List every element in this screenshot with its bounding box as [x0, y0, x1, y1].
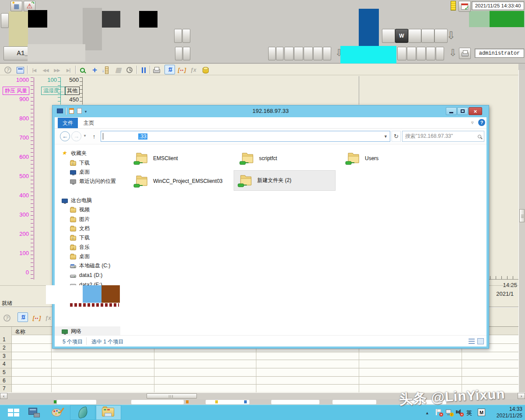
select-archive-icon[interactable]: ••: [177, 65, 187, 75]
sidebar-item-desktop2[interactable]: 桌面: [55, 252, 124, 261]
small-button[interactable]: [1, 13, 9, 28]
column-header-name[interactable]: 名称: [15, 328, 25, 336]
taskbar-clock[interactable]: 14:33 2021/11/25: [489, 406, 522, 420]
sidebar-item-disk-c[interactable]: 本地磁盘 (C:): [55, 261, 124, 270]
clipped-button[interactable]: [183, 47, 190, 60]
tray-expand-icon[interactable]: ▲: [425, 411, 429, 415]
last-record-icon[interactable]: ▶|: [63, 65, 74, 75]
clipped-button[interactable]: [174, 29, 182, 43]
pause-icon[interactable]: [138, 65, 149, 75]
details-view-icon[interactable]: [469, 339, 475, 344]
w-button[interactable]: W: [395, 29, 408, 43]
tab-home[interactable]: 主页: [79, 118, 99, 128]
tray-flag-icon[interactable]: ×: [435, 409, 442, 416]
file-item-users[interactable]: Users: [342, 148, 444, 168]
rewind-icon[interactable]: ◀◀: [40, 65, 51, 75]
toolbar-button[interactable]: [407, 47, 416, 60]
tray-volume-icon[interactable]: ×: [455, 409, 462, 416]
title-bar[interactable]: ▼ 192.168.97.33 ×: [52, 105, 489, 117]
toolbar-button[interactable]: [323, 47, 331, 60]
row-number[interactable]: 7: [3, 385, 10, 392]
toolbar-button[interactable]: [408, 29, 421, 43]
time-range-icon[interactable]: [124, 65, 135, 75]
toolbar-button[interactable]: [382, 29, 395, 43]
toolbar-button[interactable]: [416, 47, 426, 60]
row-number[interactable]: 5: [3, 369, 10, 375]
tray-ime-icon[interactable]: M: [478, 409, 485, 416]
scrollbar-thumb[interactable]: [147, 393, 197, 399]
statistics-icon[interactable]: [113, 65, 123, 75]
toolbar-button[interactable]: [313, 47, 322, 60]
print-button[interactable]: [459, 48, 471, 59]
export-window-icon[interactable]: [15, 65, 25, 75]
zoom-icon[interactable]: [77, 65, 88, 75]
arrow-down-button[interactable]: ⇩: [445, 46, 461, 60]
scroll-right-button[interactable]: ›: [518, 393, 525, 399]
search-icon[interactable]: [478, 135, 481, 138]
tray-network-icon[interactable]: !: [445, 409, 452, 416]
help-icon[interactable]: [3, 65, 13, 75]
up-button[interactable]: ↑: [90, 131, 98, 141]
row-number[interactable]: 3: [3, 353, 10, 359]
file-item-scriptfct[interactable]: scriptfct: [236, 148, 338, 168]
toolbar-button[interactable]: [294, 47, 303, 60]
print-icon[interactable]: [151, 65, 162, 75]
thumbnail-view-icon[interactable]: [477, 338, 484, 344]
server-manager-button[interactable]: [24, 405, 44, 420]
sidebar-item-downloads2[interactable]: 下载: [55, 233, 124, 242]
pen-group-label[interactable]: 静压 风量: [3, 87, 29, 95]
minimize-button[interactable]: [446, 107, 457, 115]
pen-group-label[interactable]: 其他: [65, 87, 80, 95]
connect-tags-icon[interactable]: [164, 65, 175, 74]
toolbar-button[interactable]: [304, 47, 313, 60]
clipped-button[interactable]: [268, 47, 276, 60]
sidebar-item-favorites[interactable]: 收藏夹: [55, 149, 124, 158]
sidebar-item-desktop[interactable]: 桌面: [55, 168, 124, 177]
toolbar-button[interactable]: [436, 47, 444, 60]
sidebar-item-videos[interactable]: 视频: [55, 205, 124, 214]
toolbar-button[interactable]: [397, 47, 406, 60]
clipped-button[interactable]: [175, 47, 182, 60]
pen-group-label[interactable]: 温湿度...: [41, 87, 66, 95]
forward-icon[interactable]: ▶▶: [52, 65, 62, 75]
maximize-button[interactable]: [457, 107, 468, 115]
sidebar-item-music[interactable]: 音乐: [55, 243, 124, 252]
row-number[interactable]: 6: [3, 378, 10, 384]
sidebar-item-network[interactable]: 网络: [55, 326, 120, 335]
arrow-down-button[interactable]: ⇩: [443, 28, 459, 43]
tab-file[interactable]: 文件: [58, 118, 78, 128]
toolbar-button[interactable]: [421, 29, 434, 43]
file-explorer-button[interactable]: [96, 405, 121, 420]
forward-button[interactable]: →: [71, 131, 81, 141]
help-icon[interactable]: [2, 313, 12, 323]
database-icon[interactable]: [200, 65, 211, 75]
select-archive-icon[interactable]: ••: [32, 313, 42, 323]
ruler-icon[interactable]: [102, 65, 112, 75]
sidebar-item-documents[interactable]: 文档: [55, 224, 124, 233]
file-item-new-folder-selected[interactable]: 新建文件夹 (2): [234, 170, 336, 191]
sidebar-item-pictures[interactable]: 图片: [55, 214, 124, 224]
search-box[interactable]: 搜索"192.168.97.33": [402, 131, 484, 142]
tray-language[interactable]: 英: [466, 409, 472, 417]
scroll-left-button[interactable]: ‹: [0, 393, 7, 399]
scrollbar-thumb[interactable]: [519, 209, 525, 222]
ribbon-collapse-icon[interactable]: ▿: [471, 120, 474, 126]
close-button[interactable]: ×: [469, 107, 482, 115]
toolbar-button[interactable]: [284, 47, 294, 60]
help-icon[interactable]: ?: [478, 119, 485, 126]
report-icon[interactable]: ▦★: [10, 1, 22, 11]
paint-button[interactable]: [47, 405, 66, 420]
address-dropdown-icon[interactable]: ▼: [384, 134, 388, 139]
clipped-button[interactable]: [182, 29, 190, 43]
sidebar-item-downloads[interactable]: 下载: [55, 158, 124, 167]
move-icon[interactable]: [89, 65, 100, 75]
back-button[interactable]: ←: [60, 131, 70, 141]
row-number[interactable]: 4: [3, 361, 10, 367]
row-number[interactable]: 2: [3, 345, 10, 351]
toolbar-button[interactable]: [426, 47, 435, 60]
first-record-icon[interactable]: |◀: [29, 65, 39, 75]
connect-tags-icon[interactable]: [18, 312, 28, 322]
sidebar-item-recent[interactable]: 最近访问的位置: [55, 177, 124, 186]
sidebar-item-data1-d[interactable]: data1 (D:): [55, 271, 124, 280]
file-item-wincc-project[interactable]: WinCC_Project_EMSClient03: [130, 171, 232, 191]
